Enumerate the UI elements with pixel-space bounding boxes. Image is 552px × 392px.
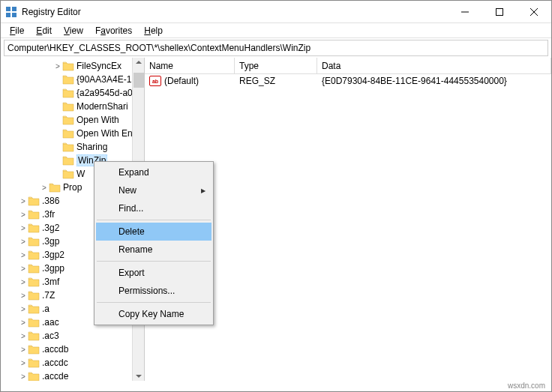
address-path: Computer\HKEY_CLASSES_ROOT\*\shellex\Con… (8, 43, 310, 53)
tree-item[interactable]: >.ac3 (4, 329, 144, 343)
tree-item-label: .3gp2 (42, 250, 64, 260)
tree-item-label: .accde (42, 371, 68, 381)
expander-icon[interactable]: > (19, 224, 28, 232)
expander-icon[interactable]: > (19, 319, 28, 327)
svg-rect-2 (6, 13, 10, 17)
tree-item-label: {90AA3A4E-1 (76, 74, 131, 85)
menu-view[interactable]: View (59, 24, 88, 37)
expander-icon[interactable]: > (53, 62, 62, 70)
expander-icon[interactable]: > (19, 373, 28, 381)
expander-icon[interactable]: > (40, 184, 49, 192)
tree-item-label: Open With En (76, 128, 133, 139)
menu-item-find[interactable]: Find... (96, 199, 212, 217)
svg-rect-0 (6, 7, 10, 11)
tree-item-label: FileSyncEx (76, 61, 122, 71)
menu-file[interactable]: File (5, 24, 28, 37)
footer-watermark: wsxdn.com (508, 382, 545, 390)
tree-item-label: .3gpp (42, 263, 64, 274)
col-header-name[interactable]: Name (145, 58, 235, 73)
window-title: Registry Editor (22, 7, 448, 17)
tree-item-label: .386 (42, 196, 59, 206)
expander-icon[interactable]: > (19, 265, 28, 273)
app-icon (5, 6, 17, 18)
menu-favorites[interactable]: Favorites (91, 24, 136, 37)
svg-rect-1 (12, 7, 16, 11)
tree-item-label: Prop (63, 182, 82, 193)
context-menu: Expand New Find... Delete Rename Export … (94, 161, 214, 325)
tree-item-label: Open With (76, 115, 119, 125)
tree-item[interactable]: Open With (4, 113, 144, 127)
tree-item-label: .accdb (42, 344, 68, 355)
titlebar: Registry Editor (1, 1, 551, 23)
tree-item-label: .3gp (42, 236, 59, 247)
tree-item[interactable]: >FileSyncEx (4, 59, 144, 73)
menu-item-delete[interactable]: Delete (96, 223, 212, 241)
minimize-button[interactable] (448, 1, 482, 23)
menu-help[interactable]: Help (140, 24, 167, 37)
menu-item-expand[interactable]: Expand (96, 163, 212, 181)
tree-item-label: Sharing (76, 142, 107, 152)
col-header-type[interactable]: Type (235, 58, 317, 73)
scroll-down-icon[interactable] (133, 372, 145, 381)
tree-item-label: W (76, 169, 85, 179)
tree-item-label: .a (42, 304, 50, 314)
tree-item[interactable]: ModernShari (4, 100, 144, 113)
expander-icon[interactable]: > (19, 211, 28, 219)
tree-item-label: .aac (42, 317, 59, 328)
tree-item[interactable]: {90AA3A4E-1 (4, 73, 144, 86)
expander-icon[interactable]: > (19, 238, 28, 246)
menu-item-new[interactable]: New (96, 181, 212, 199)
tree-item-label: .3fr (42, 209, 55, 220)
expander-icon[interactable]: > (19, 346, 28, 354)
address-bar[interactable]: Computer\HKEY_CLASSES_ROOT\*\shellex\Con… (4, 40, 548, 56)
tree-item-label: .ac3 (42, 331, 59, 341)
menu-separator (97, 220, 211, 220)
tree-item-label: .7Z (42, 290, 55, 301)
expander-icon[interactable]: > (19, 292, 28, 300)
reg-string-icon: ab (149, 76, 161, 86)
close-button[interactable] (517, 1, 551, 23)
expander-icon[interactable]: > (19, 305, 28, 313)
list-row[interactable]: ab (Default) REG_SZ {E0D79304-84BE-11CE-… (145, 74, 551, 88)
tree-item-label: {a2a9545d-a0 (76, 88, 133, 98)
tree-item-label: .3mf (42, 277, 59, 287)
scroll-up-icon[interactable] (133, 58, 145, 67)
svg-marker-8 (136, 61, 142, 64)
menu-edit[interactable]: Edit (32, 24, 56, 37)
value-name: (Default) (164, 76, 199, 86)
expander-icon[interactable]: > (19, 278, 28, 286)
menu-item-export[interactable]: Export (96, 264, 212, 282)
menu-item-permissions[interactable]: Permissions... (96, 282, 212, 300)
tree-item[interactable]: >.accdc (4, 356, 144, 370)
list-header: Name Type Data (145, 58, 551, 74)
menu-item-rename[interactable]: Rename (96, 241, 212, 259)
tree-item-label: ModernShari (76, 101, 128, 112)
expander-icon[interactable]: > (19, 251, 28, 259)
tree-item-label: .3g2 (42, 223, 59, 233)
svg-rect-5 (496, 8, 503, 15)
svg-rect-3 (12, 13, 16, 17)
expander-icon[interactable]: > (19, 197, 28, 205)
maximize-button[interactable] (482, 1, 517, 23)
menu-separator (97, 261, 211, 262)
menu-separator (97, 302, 211, 303)
svg-marker-9 (136, 375, 142, 378)
expander-icon[interactable]: > (19, 359, 28, 367)
tree-item[interactable]: {a2a9545d-a0 (4, 86, 144, 100)
value-data: {E0D79304-84BE-11CE-9641-444553540000} (317, 76, 512, 86)
tree-item-label: .accdc (42, 358, 68, 368)
tree-item[interactable]: >.accdb (4, 343, 144, 356)
value-type: REG_SZ (235, 76, 317, 86)
scroll-thumb[interactable] (134, 73, 144, 88)
tree-item[interactable]: Open With En (4, 127, 144, 140)
expander-icon[interactable]: > (19, 332, 28, 340)
menu-item-copy-key-name[interactable]: Copy Key Name (96, 305, 212, 323)
menubar: File Edit View Favorites Help (1, 23, 551, 38)
tree-item[interactable]: >.accde (4, 370, 144, 381)
col-header-data[interactable]: Data (317, 58, 551, 73)
tree-item[interactable]: Sharing (4, 140, 144, 154)
